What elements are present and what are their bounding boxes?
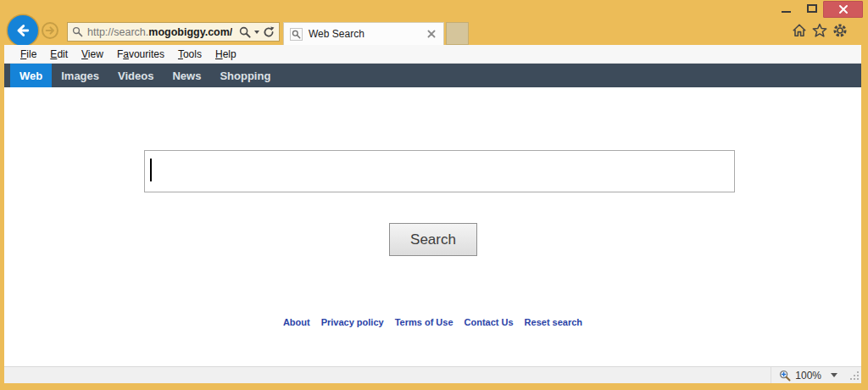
- home-icon: [792, 23, 807, 38]
- forward-arrow-icon: [44, 25, 56, 36]
- zoom-caret-icon: [831, 373, 837, 377]
- link-privacy-policy[interactable]: Privacy policy: [321, 317, 384, 327]
- url-scheme: http://search.: [87, 26, 148, 38]
- nav-tab-videos[interactable]: Videos: [108, 64, 163, 87]
- nav-tab-images[interactable]: Images: [52, 64, 108, 87]
- zoom-magnifier-icon: [779, 370, 791, 382]
- menu-tools[interactable]: Tools: [171, 48, 209, 60]
- new-tab-button[interactable]: [446, 22, 469, 45]
- search-icon[interactable]: [239, 26, 251, 38]
- close-button[interactable]: [823, 1, 863, 18]
- forward-button[interactable]: [42, 22, 58, 39]
- gear-icon: [832, 23, 848, 38]
- menu-edit[interactable]: Edit: [43, 48, 75, 60]
- tab-title: Web Search: [309, 28, 364, 40]
- footer-links: About Privacy policy Terms of Use Contac…: [4, 317, 861, 327]
- nav-tab-news[interactable]: News: [163, 64, 210, 87]
- menu-favourites[interactable]: Favourites: [110, 48, 171, 60]
- zoom-control[interactable]: 100%: [771, 367, 837, 383]
- link-about[interactable]: About: [283, 317, 310, 327]
- browser-window: http://search.mogobiggy.com/ Web Search: [0, 0, 868, 390]
- star-icon: [812, 23, 827, 38]
- favorites-button[interactable]: [812, 23, 827, 38]
- home-button[interactable]: [792, 23, 807, 38]
- url-text: http://search.mogobiggy.com/: [87, 26, 232, 38]
- resize-grip-icon[interactable]: [850, 371, 860, 381]
- nav-tab-shopping[interactable]: Shopping: [210, 64, 280, 87]
- back-button[interactable]: [8, 15, 38, 46]
- tab-favicon: [290, 28, 303, 41]
- tab-close-icon: [427, 30, 436, 38]
- search-nav-bar: Web Images Videos News Shopping: [4, 64, 861, 87]
- menu-bar: File Edit View Favourites Tools Help: [4, 45, 861, 64]
- nav-tab-web[interactable]: Web: [10, 64, 52, 87]
- link-contact-us[interactable]: Contact Us: [465, 317, 514, 327]
- link-reset-search[interactable]: Reset search: [525, 317, 583, 327]
- refresh-icon[interactable]: [263, 26, 275, 38]
- menu-view[interactable]: View: [75, 48, 110, 60]
- search-input[interactable]: [144, 150, 735, 192]
- search-dropdown-icon[interactable]: [254, 31, 259, 34]
- address-bar[interactable]: http://search.mogobiggy.com/: [67, 22, 280, 42]
- minimize-icon: [782, 11, 791, 13]
- url-domain: mogobiggy.com/: [148, 26, 232, 38]
- page-content: Search About Privacy policy Terms of Use…: [4, 87, 861, 366]
- tab-web-search[interactable]: Web Search: [283, 22, 444, 45]
- tab-favicon-search-icon: [292, 30, 301, 39]
- tab-close-button[interactable]: [426, 28, 437, 40]
- maximize-button[interactable]: [800, 0, 824, 17]
- zoom-level: 100%: [795, 370, 821, 382]
- search-button[interactable]: Search: [389, 223, 477, 256]
- maximize-icon: [807, 4, 817, 13]
- toolbar-icons: [792, 23, 848, 38]
- address-bar-actions: [239, 26, 275, 38]
- menu-file[interactable]: File: [14, 48, 43, 60]
- url-search-icon: [72, 26, 83, 37]
- status-bar: 100%: [4, 366, 861, 383]
- menu-help[interactable]: Help: [209, 48, 243, 60]
- link-terms-of-use[interactable]: Terms of Use: [395, 317, 453, 327]
- minimize-button[interactable]: [774, 0, 798, 17]
- back-arrow-icon: [12, 20, 34, 42]
- settings-button[interactable]: [832, 23, 848, 38]
- close-icon: [838, 4, 849, 14]
